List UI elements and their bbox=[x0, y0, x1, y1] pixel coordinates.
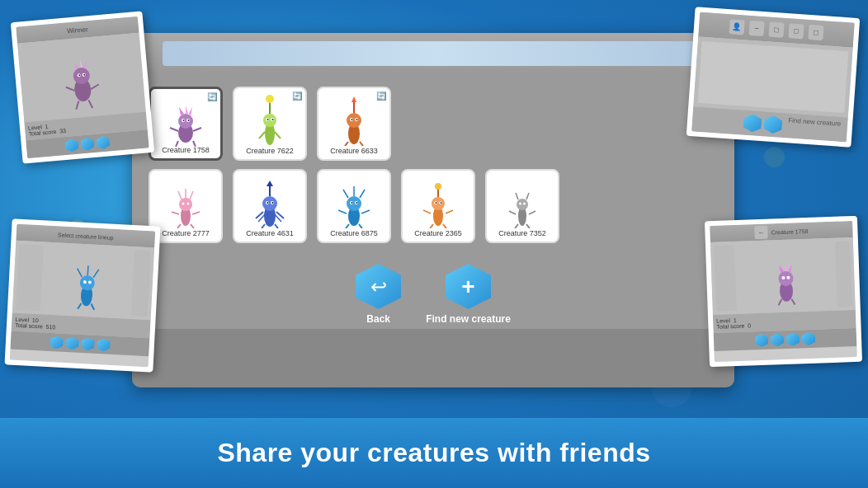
svg-line-50 bbox=[190, 191, 193, 199]
svg-line-104 bbox=[509, 211, 516, 214]
svg-line-48 bbox=[178, 191, 182, 199]
main-panel: 🔄 Creature 1758 � bbox=[132, 33, 734, 387]
svg-point-14 bbox=[178, 114, 193, 129]
back-button[interactable]: ↩ Back bbox=[356, 264, 401, 325]
svg-point-47 bbox=[179, 198, 192, 211]
svg-line-73 bbox=[343, 190, 348, 198]
bottom-right-card: ← Creature 1758 bbox=[705, 216, 862, 367]
mini-hex-2[interactable] bbox=[80, 137, 94, 151]
svg-point-43 bbox=[356, 119, 357, 120]
creature-label-7352: Creature 7352 bbox=[487, 229, 558, 237]
creature-row-1: 🔄 Creature 1758 � bbox=[149, 87, 718, 161]
panel-action-buttons: ↩ Back + Find new creature bbox=[132, 251, 734, 329]
svg-point-37 bbox=[347, 113, 361, 128]
svg-line-99 bbox=[526, 193, 529, 199]
svg-line-109 bbox=[87, 265, 88, 275]
mini-hex-3[interactable] bbox=[96, 135, 110, 149]
svg-point-100 bbox=[519, 203, 521, 205]
svg-line-55 bbox=[172, 212, 179, 214]
creature-img-7622 bbox=[245, 92, 295, 146]
panel-top-bar bbox=[132, 33, 734, 74]
svg-line-10 bbox=[88, 100, 92, 108]
bl-hex-4[interactable] bbox=[97, 338, 111, 352]
creature-img-2777 bbox=[161, 175, 210, 228]
svg-line-123 bbox=[791, 298, 795, 304]
bubble-9 bbox=[764, 147, 785, 167]
panel-content: 🔄 Creature 1758 � bbox=[132, 74, 734, 251]
find-new-label: Find new creature bbox=[426, 313, 511, 325]
svg-marker-3 bbox=[80, 59, 83, 68]
br-hex-1[interactable] bbox=[755, 334, 769, 348]
creature-card-2365[interactable]: Creature 2365 bbox=[401, 169, 475, 243]
creature-card-6875[interactable]: Creature 6875 bbox=[317, 169, 391, 243]
creature-label-1758: Creature 1758 bbox=[151, 146, 220, 154]
svg-line-35 bbox=[275, 132, 281, 138]
svg-line-34 bbox=[259, 132, 265, 138]
creature-label-7622: Creature 7622 bbox=[234, 147, 305, 155]
svg-line-98 bbox=[516, 193, 518, 199]
creature-card-6633[interactable]: 🔄 Creature 6633 bbox=[317, 87, 391, 161]
svg-point-85 bbox=[432, 197, 445, 210]
svg-point-27 bbox=[263, 114, 276, 127]
svg-line-24 bbox=[170, 128, 178, 131]
svg-point-58 bbox=[262, 196, 277, 211]
svg-marker-16 bbox=[186, 106, 188, 114]
top-left-creature-svg bbox=[54, 43, 110, 113]
svg-point-21 bbox=[187, 120, 189, 121]
svg-line-114 bbox=[91, 303, 94, 309]
panel-title-bar bbox=[163, 41, 705, 66]
svg-line-80 bbox=[346, 224, 349, 228]
svg-line-103 bbox=[526, 224, 530, 228]
svg-line-75 bbox=[360, 190, 365, 198]
svg-marker-17 bbox=[189, 107, 192, 115]
br-hex-3[interactable] bbox=[786, 332, 800, 346]
svg-marker-118 bbox=[785, 262, 787, 270]
svg-line-81 bbox=[359, 224, 362, 228]
creature-img-4631 bbox=[245, 175, 295, 228]
svg-line-83 bbox=[361, 210, 370, 214]
bl-hex-2[interactable] bbox=[65, 336, 79, 350]
svg-line-93 bbox=[443, 224, 446, 228]
creature-label-6633: Creature 6633 bbox=[318, 147, 389, 155]
bottom-right-creature-area bbox=[710, 237, 856, 315]
svg-line-53 bbox=[177, 224, 181, 228]
creature-card-7622[interactable]: 🔄 Creature 7622 bbox=[233, 87, 307, 161]
mini-hex-1[interactable] bbox=[64, 138, 78, 152]
svg-point-31 bbox=[267, 119, 268, 120]
bl-hex-1[interactable] bbox=[50, 336, 64, 350]
svg-point-77 bbox=[351, 202, 352, 204]
creature-card-1758[interactable]: 🔄 Creature 1758 bbox=[149, 87, 223, 161]
svg-point-41 bbox=[351, 119, 352, 120]
share-text: Share your creatures with friends bbox=[217, 438, 650, 468]
back-label: Back bbox=[366, 313, 390, 325]
svg-point-33 bbox=[271, 119, 273, 120]
top-right-hex-1[interactable] bbox=[743, 114, 762, 133]
svg-line-70 bbox=[275, 224, 278, 228]
svg-line-113 bbox=[78, 303, 81, 308]
svg-line-110 bbox=[93, 269, 99, 277]
br-hex-2[interactable] bbox=[771, 333, 785, 347]
svg-point-29 bbox=[266, 95, 274, 103]
find-new-creature-button[interactable]: + Find new creature bbox=[426, 264, 511, 325]
svg-point-64 bbox=[271, 202, 273, 204]
creature-card-4631[interactable]: Creature 4631 bbox=[233, 169, 307, 243]
svg-line-54 bbox=[191, 224, 194, 228]
bottom-left-card: Select creature lineup Level bbox=[4, 218, 160, 372]
svg-marker-60 bbox=[267, 181, 273, 186]
creature-img-2365 bbox=[413, 175, 463, 228]
creature-row-2: Creature 2777 bbox=[149, 169, 718, 243]
svg-point-89 bbox=[435, 202, 436, 204]
svg-point-51 bbox=[182, 203, 184, 205]
top-right-hex-2[interactable] bbox=[763, 115, 782, 134]
svg-point-79 bbox=[356, 202, 357, 204]
svg-line-69 bbox=[262, 224, 265, 228]
br-hex-4[interactable] bbox=[802, 332, 816, 346]
creature-card-7352[interactable]: Creature 7352 bbox=[485, 169, 559, 243]
bl-hex-3[interactable] bbox=[81, 337, 95, 351]
svg-marker-119 bbox=[788, 264, 791, 272]
creature-label-2365: Creature 2365 bbox=[403, 229, 474, 237]
svg-point-116 bbox=[778, 270, 794, 286]
creature-icon-6633: 🔄 bbox=[376, 92, 386, 101]
svg-point-72 bbox=[347, 196, 361, 211]
svg-line-44 bbox=[345, 142, 348, 146]
